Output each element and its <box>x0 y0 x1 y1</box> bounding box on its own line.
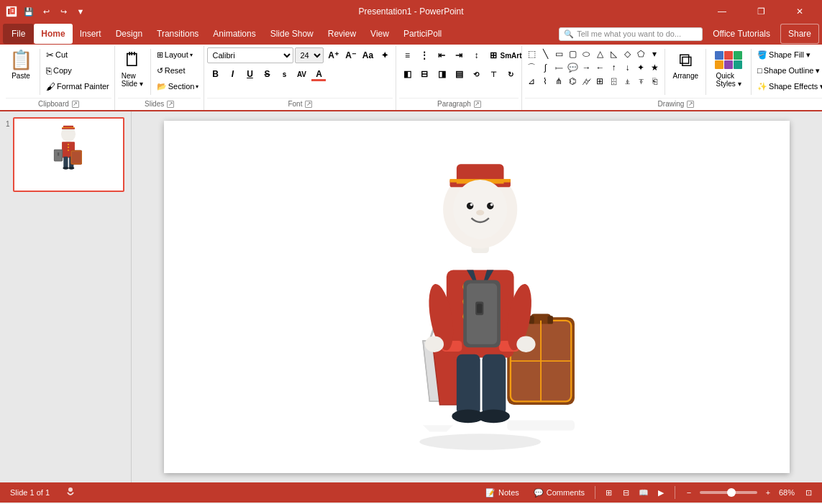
shape-star5[interactable]: ★ <box>648 61 661 74</box>
restore-button[interactable]: ❐ <box>744 0 777 23</box>
file-menu[interactable]: File <box>3 24 34 44</box>
office-tutorials-menu[interactable]: Office Tutorials <box>705 24 777 44</box>
shape-arrow-up[interactable]: ↑ <box>607 61 620 74</box>
shape-effects-button[interactable]: ✨ Shape Effects ▾ <box>755 79 822 93</box>
shape-pentagon[interactable]: ⬠ <box>634 47 647 60</box>
font-family-select[interactable]: Calibri <box>207 47 293 63</box>
strikethrough-button[interactable]: S <box>259 66 275 82</box>
text-shadow-button[interactable]: s <box>276 66 292 82</box>
shape-arrow-down[interactable]: ↓ <box>621 61 634 74</box>
shape-oval[interactable]: ⬭ <box>580 47 593 60</box>
customize-qs-button[interactable]: ▼ <box>73 4 88 19</box>
center-button[interactable]: ⊟ <box>416 66 432 82</box>
shape-select-btn[interactable]: ⬚ <box>525 47 538 60</box>
shape-r3[interactable]: ⋔ <box>552 75 565 88</box>
shape-r2[interactable]: ⌇ <box>539 75 552 88</box>
accessibility-icon[interactable] <box>63 485 78 500</box>
shape-r5[interactable]: ⌭ <box>580 75 593 88</box>
decrease-indent-button[interactable]: ⇤ <box>434 47 449 63</box>
shape-outline-button[interactable]: □ Shape Outline ▾ <box>755 63 822 78</box>
shape-more[interactable]: ▾ <box>648 47 661 60</box>
paste-button[interactable]: 📋 Paste <box>6 47 36 82</box>
save-button[interactable]: 💾 <box>22 4 36 19</box>
increase-indent-button[interactable]: ⇥ <box>451 47 467 63</box>
cut-button[interactable]: ✂ Cut <box>44 47 111 62</box>
shape-rounded-rect[interactable]: ▢ <box>566 47 579 60</box>
shape-r10[interactable]: ⎗ <box>648 75 661 88</box>
align-right-button[interactable]: ◨ <box>434 66 449 82</box>
zoom-out-button[interactable]: − <box>681 485 697 500</box>
text-dir-button[interactable]: ⟲ <box>468 66 484 82</box>
home-menu[interactable]: Home <box>34 24 72 44</box>
shape-triangle[interactable]: △ <box>593 47 606 60</box>
shape-arrow-right[interactable]: → <box>580 61 593 74</box>
clear-formatting-button[interactable]: ✦ <box>377 47 393 63</box>
slide-content[interactable] <box>164 121 790 473</box>
animations-menu[interactable]: Animations <box>206 24 262 44</box>
shape-curve[interactable]: ∫ <box>539 61 552 74</box>
reset-button[interactable]: ↺ Reset <box>155 63 201 78</box>
numbering-button[interactable]: ⋮ <box>416 47 432 63</box>
slide-sorter-button[interactable]: ⊟ <box>618 485 634 500</box>
share-button[interactable]: Share <box>780 24 819 44</box>
shape-r4[interactable]: ⌬ <box>566 75 579 88</box>
shape-r8[interactable]: ⍎ <box>621 75 634 88</box>
shape-diamond[interactable]: ◇ <box>621 47 634 60</box>
comments-button[interactable]: 💬 Comments <box>529 487 589 499</box>
font-expand[interactable]: ↗ <box>305 101 312 108</box>
shape-right-triangle[interactable]: ◺ <box>607 47 620 60</box>
shape-r6[interactable]: ⊞ <box>593 75 606 88</box>
insert-menu[interactable]: Insert <box>73 24 109 44</box>
new-slide-button[interactable]: 🗒 NewSlide ▾ <box>118 47 147 90</box>
transitions-menu[interactable]: Transitions <box>150 24 206 44</box>
zoom-in-button[interactable]: + <box>760 485 776 500</box>
redo-button[interactable]: ↪ <box>56 4 70 19</box>
shape-freeform[interactable]: ⟝ <box>552 61 565 74</box>
review-menu[interactable]: Review <box>321 24 363 44</box>
bullets-button[interactable]: ≡ <box>399 47 415 63</box>
shape-rect[interactable]: ▭ <box>552 47 565 60</box>
convert-smartart-button[interactable]: ↻ <box>503 66 519 82</box>
shape-line[interactable]: ╲ <box>539 47 552 60</box>
design-menu[interactable]: Design <box>109 24 150 44</box>
shape-arc[interactable]: ⌒ <box>525 61 538 74</box>
arrange-button[interactable]: ⧉ Arrange <box>669 47 702 82</box>
quick-styles-button[interactable]: QuickStyles ▾ <box>710 47 747 90</box>
char-spacing-button[interactable]: AV <box>293 66 309 82</box>
align-text-button[interactable]: ⊤ <box>485 66 501 82</box>
participoll-menu[interactable]: ParticiPoll <box>396 24 449 44</box>
slideshow-menu[interactable]: Slide Show <box>263 24 321 44</box>
underline-button[interactable]: U <box>242 66 257 82</box>
shape-callout[interactable]: 💬 <box>566 61 579 74</box>
clipboard-expand[interactable]: ↗ <box>72 101 79 108</box>
shape-r9[interactable]: ⍕ <box>634 75 647 88</box>
zoom-slider[interactable] <box>700 491 757 494</box>
normal-view-button[interactable]: ⊞ <box>601 485 617 500</box>
section-button[interactable]: 📂 Section ▾ <box>155 79 201 93</box>
line-spacing-button[interactable]: ↕ <box>468 47 484 63</box>
copy-button[interactable]: ⎘ Copy <box>44 63 111 78</box>
undo-button[interactable]: ↩ <box>39 4 53 19</box>
paragraph-expand[interactable]: ↗ <box>474 101 481 108</box>
shape-r7[interactable]: ⌹ <box>607 75 620 88</box>
fit-slide-button[interactable]: ⊡ <box>800 485 816 500</box>
bold-button[interactable]: B <box>207 66 223 82</box>
layout-button[interactable]: ⊞ Layout ▾ <box>155 47 201 62</box>
drawing-expand[interactable]: ↗ <box>687 101 694 108</box>
shape-r1[interactable]: ⊿ <box>525 75 538 88</box>
change-case-button[interactable]: Aa <box>360 47 375 63</box>
close-button[interactable]: ✕ <box>783 0 816 23</box>
shape-fill-button[interactable]: 🪣 Shape Fill ▾ <box>755 47 822 62</box>
font-color-button[interactable]: A <box>311 66 326 82</box>
columns-button[interactable]: ⊞ <box>485 47 501 63</box>
shape-star4[interactable]: ✦ <box>634 61 647 74</box>
increase-font-size-button[interactable]: A⁺ <box>325 47 341 63</box>
align-left-button[interactable]: ◧ <box>399 66 415 82</box>
slides-expand[interactable]: ↗ <box>167 101 174 108</box>
justify-button[interactable]: ▤ <box>451 66 467 82</box>
shape-arrow-left[interactable]: ← <box>593 61 606 74</box>
decrease-font-size-button[interactable]: A⁻ <box>342 47 358 63</box>
slide-thumbnail[interactable] <box>13 117 124 192</box>
tell-me-search[interactable]: 🔍 Tell me what you want to do... <box>559 27 703 41</box>
italic-button[interactable]: I <box>224 66 240 82</box>
